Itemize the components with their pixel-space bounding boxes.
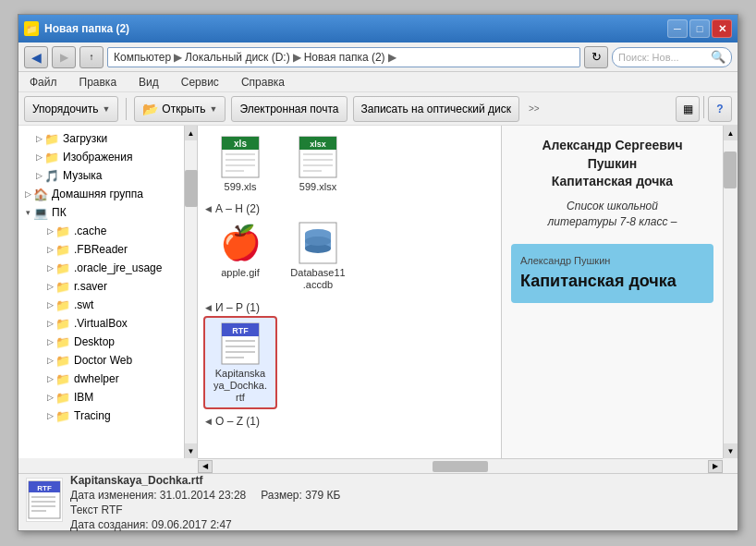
menu-service[interactable]: Сервис (177, 74, 223, 91)
menu-view[interactable]: Вид (135, 74, 163, 91)
file-name-database: Database11 .accdb (285, 267, 351, 291)
file-item-xls[interactable]: xls 599.xls (203, 131, 277, 197)
svg-rect-5 (226, 164, 255, 166)
minimize-button[interactable]: ─ (667, 19, 688, 38)
up-button[interactable]: ↑ (79, 46, 104, 68)
close-button[interactable]: ✕ (712, 19, 732, 38)
file-name-rtf: Kapitanska ya_Dochka. rtf (209, 368, 272, 405)
back-button[interactable]: ◀ (24, 46, 48, 68)
group-label-oz: О – Z (1) (215, 415, 260, 428)
svg-rect-11 (303, 159, 333, 161)
more-button[interactable]: >> (529, 103, 540, 114)
files-scroll-up[interactable]: ▲ (724, 126, 738, 140)
files-grid-an: 🍎 apple.gif Database11 .acc (203, 217, 495, 295)
sidebar-item-pc[interactable]: ▾ 💻 ПК (18, 203, 184, 222)
files-scroll-down[interactable]: ▼ (724, 443, 738, 458)
group-arrow-an[interactable]: ◀ (205, 204, 212, 213)
title-bar: 📁 Новая папка (2) ─ □ ✕ (18, 15, 738, 42)
folder-icon-tracing: 📁 (55, 408, 70, 423)
file-item-database[interactable]: Database11 .accdb (281, 217, 355, 295)
files-scrollbar[interactable]: ▲ ▼ (723, 126, 738, 458)
sidebar-item-cache[interactable]: ▷ 📁 .cache (18, 222, 184, 240)
address-path[interactable]: Компьютер ▶ Локальный диск (D:) ▶ Новая … (107, 47, 580, 67)
status-row-1: Дата изменения: 31.01.2014 23:28 Размер:… (70, 489, 730, 502)
refresh-button[interactable]: ↻ (584, 46, 608, 68)
h-scroll-right[interactable]: ▶ (708, 460, 723, 473)
sidebar-item-swt[interactable]: ▷ 📁 .swt (18, 296, 184, 314)
forward-button[interactable]: ▶ (52, 46, 76, 68)
toolbar-sep-2 (703, 96, 704, 118)
folder-icon-ibm: 📁 (55, 390, 70, 405)
sidebar-item-fbreader[interactable]: ▷ 📁 .FBReader (18, 240, 184, 259)
svg-rect-25 (226, 357, 244, 358)
sidebar: ▷ 📁 Загрузки ▷ 📁 Изображения ▷ 🎵 Музыка … (18, 126, 185, 458)
folder-icon-cache: 📁 (55, 224, 70, 238)
preview-panel: Александр СергеевичПушкинКапитанская доч… (501, 126, 723, 458)
menu-file[interactable]: Файл (26, 74, 61, 91)
file-item-apple[interactable]: 🍎 apple.gif (203, 217, 277, 295)
sidebar-item-dwhelper[interactable]: ▷ 📁 dwhelper (18, 370, 184, 388)
h-scroll-left[interactable]: ◀ (198, 460, 213, 473)
sidebar-item-downloads[interactable]: ▷ 📁 Загрузки (18, 129, 184, 148)
scroll-up-button[interactable]: ▲ (185, 126, 197, 140)
menu-edit[interactable]: Правка (76, 74, 121, 91)
help-button[interactable]: ? (708, 96, 732, 122)
sidebar-label-tracing: Tracing (74, 409, 111, 422)
search-box[interactable]: Поиск: Нов... 🔍 (612, 47, 732, 67)
organize-button[interactable]: Упорядочить ▼ (24, 96, 118, 122)
svg-rect-22 (226, 340, 255, 342)
scroll-thumb[interactable] (185, 170, 198, 207)
scroll-down-button[interactable]: ▼ (185, 443, 197, 458)
sidebar-item-homegroup[interactable]: ▷ 🏠 Домашняя группа (18, 185, 184, 203)
email-button[interactable]: Электронная почта (231, 96, 347, 122)
sidebar-item-desktop[interactable]: ▷ 📁 Desktop (18, 333, 184, 351)
group-arrow-ip[interactable]: ◀ (205, 303, 212, 312)
svg-text:RTF: RTF (37, 484, 52, 492)
group-arrow-oz[interactable]: ◀ (205, 417, 212, 426)
folder-icon-oracle: 📁 (55, 261, 70, 275)
menu-help[interactable]: Справка (238, 74, 288, 91)
sidebar-item-tracing[interactable]: ▷ 📁 Tracing (18, 406, 184, 425)
sidebar-item-ibm[interactable]: ▷ 📁 IBM (18, 388, 184, 406)
svg-point-18 (305, 237, 331, 246)
svg-text:RTF: RTF (232, 326, 249, 335)
window-title: Новая папка (2) (44, 22, 667, 35)
file-area: xls 599.xls xlsx (198, 126, 501, 458)
open-button[interactable]: 📂 Открыть ▼ (134, 96, 226, 122)
sidebar-item-virtualbox[interactable]: ▷ 📁 .VirtualBox (18, 314, 184, 333)
burn-button[interactable]: Записать на оптический диск (353, 96, 520, 122)
h-scroll-thumb[interactable] (433, 461, 488, 472)
folder-icon-dwhelper: 📁 (55, 371, 70, 386)
svg-rect-12 (303, 164, 333, 166)
sidebar-item-rsaver[interactable]: ▷ 📁 r.saver (18, 277, 184, 296)
pc-icon: 💻 (33, 205, 48, 220)
group-header-ip: ◀ И – Р (1) (205, 301, 495, 314)
svg-rect-24 (226, 351, 255, 353)
file-name-xlsx: 599.xlsx (299, 181, 336, 193)
sidebar-label-images: Изображения (63, 151, 132, 164)
file-item-xlsx[interactable]: xlsx 599.xlsx (281, 131, 355, 197)
file-name-xls: 599.xls (225, 181, 257, 193)
file-item-rtf[interactable]: RTF Kapitanska ya_Dochka. rtf (203, 316, 277, 410)
xls-icon: xls (218, 135, 262, 179)
preview-title: Александр СергеевичПушкинКапитанская доч… (511, 137, 713, 191)
sidebar-label-pc: ПК (52, 206, 67, 219)
db-icon (296, 221, 340, 265)
group-label-ip: И – Р (1) (215, 301, 260, 314)
status-row-2: Текст RTF (70, 504, 730, 516)
sidebar-scrollbar[interactable]: ▲ ▼ (185, 126, 198, 458)
svg-rect-10 (303, 153, 333, 155)
sidebar-item-doctorweb[interactable]: ▷ 📁 Doctor Web (18, 351, 184, 370)
window-controls: ─ □ ✕ (667, 19, 732, 38)
svg-rect-13 (303, 170, 322, 172)
view-toggle-button[interactable]: ▦ (676, 96, 700, 122)
horizontal-scrollbar: ◀ ▶ (198, 458, 723, 473)
files-scroll-thumb[interactable] (724, 152, 737, 188)
sidebar-label-cache: .cache (74, 224, 106, 237)
sidebar-item-images[interactable]: ▷ 📁 Изображения (18, 148, 184, 166)
sidebar-item-music[interactable]: ▷ 🎵 Музыка (18, 166, 184, 185)
book-cover: Александр Пушкин Капитанская дочка (511, 244, 713, 303)
sidebar-item-oracle[interactable]: ▷ 📁 .oracle_jre_usage (18, 259, 184, 277)
sidebar-label-homegroup: Домашняя группа (52, 188, 143, 200)
maximize-button[interactable]: □ (689, 19, 710, 38)
